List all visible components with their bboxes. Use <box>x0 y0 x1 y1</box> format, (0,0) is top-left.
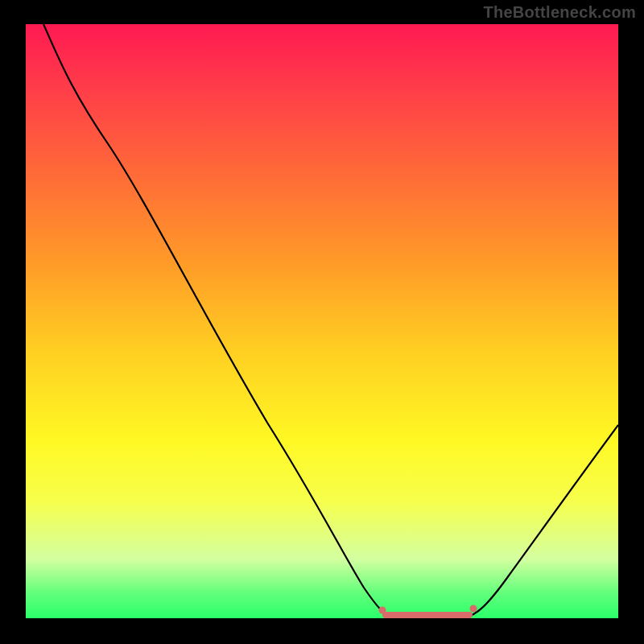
optimal-range-start-dot <box>379 607 386 614</box>
bottleneck-curve <box>43 24 618 617</box>
chart-container: TheBottleneck.com <box>0 0 644 644</box>
optimal-range-marker <box>382 612 473 618</box>
plot-area <box>26 24 618 618</box>
optimal-range-end-dot <box>470 605 477 613</box>
watermark-text: TheBottleneck.com <box>483 3 636 22</box>
curve-svg <box>26 24 618 618</box>
